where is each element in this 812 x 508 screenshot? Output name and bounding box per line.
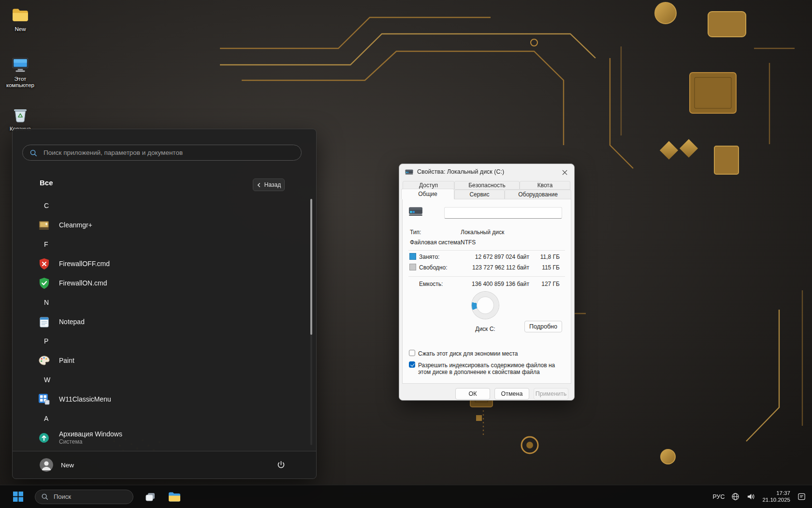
back-button[interactable]: Назад xyxy=(253,179,285,191)
taskbar-search-box[interactable] xyxy=(35,490,133,504)
shield-check-icon xyxy=(38,277,50,289)
tab-security[interactable]: Безопасность xyxy=(454,181,520,190)
app-item-cleanmgr[interactable]: Cleanmgr+ xyxy=(13,215,316,235)
app-label: Notepad xyxy=(59,318,85,326)
filesystem-value: NTFS xyxy=(461,239,476,246)
app-item-firewall-off[interactable]: FirewallOFF.cmd xyxy=(13,254,316,273)
compress-checkbox-label: Сжать этот диск для экономии места xyxy=(418,350,518,357)
backup-icon xyxy=(38,432,50,444)
app-section-letter-p[interactable]: P xyxy=(13,331,316,351)
volume-label-input[interactable] xyxy=(444,207,562,219)
dialog-title: Свойства: Локальный диск (C:) xyxy=(417,168,504,175)
type-value: Локальный диск xyxy=(461,229,504,236)
network-globe-icon[interactable] xyxy=(731,493,740,501)
index-checkbox[interactable] xyxy=(409,361,415,368)
index-checkbox-label: Разрешить индексировать содержимое файло… xyxy=(418,362,564,375)
dialog-buttons: ОК Отмена Применить xyxy=(455,388,568,400)
desktop: New Этот компьютер Корзина Все Назад C xyxy=(0,0,812,508)
used-color-swatch xyxy=(409,253,416,260)
w11-icon xyxy=(38,393,50,405)
apply-button[interactable]: Применить xyxy=(534,388,568,400)
start-search-box[interactable] xyxy=(22,145,302,161)
app-label: FirewallOFF.cmd xyxy=(59,260,110,268)
chevron-left-icon xyxy=(257,182,261,188)
taskbar: РУС 17:37 21.10.2025 xyxy=(0,485,812,508)
section-letter-label: N xyxy=(44,299,49,306)
app-section-letter-a[interactable]: A xyxy=(13,409,316,428)
cancel-button[interactable]: Отмена xyxy=(494,388,529,400)
details-button[interactable]: Подробно xyxy=(524,321,562,332)
app-item-firewall-on[interactable]: FirewallON.cmd xyxy=(13,273,316,293)
app-section-letter-n[interactable]: N xyxy=(13,293,316,312)
paint-icon xyxy=(38,354,50,367)
compress-checkbox[interactable] xyxy=(409,350,415,356)
app-label: FirewallON.cmd xyxy=(59,279,107,287)
free-color-swatch xyxy=(409,264,416,270)
user-profile-button[interactable]: New xyxy=(40,458,74,472)
properties-dialog: Свойства: Локальный диск (C:) Доступ Без… xyxy=(399,164,575,401)
language-indicator[interactable]: РУС xyxy=(712,493,725,500)
app-section-letter-w[interactable]: W xyxy=(13,370,316,389)
app-item-w11classicmenu[interactable]: W11ClassicMenu xyxy=(13,389,316,409)
app-label: Cleanmgr+ xyxy=(59,221,92,229)
tab-hardware[interactable]: Оборудование xyxy=(505,190,571,199)
shield-x-icon xyxy=(38,257,50,270)
computer-icon xyxy=(12,56,29,74)
notepad-icon xyxy=(38,315,50,328)
app-label: W11ClassicMenu xyxy=(59,395,111,403)
windows-logo-icon xyxy=(13,492,23,502)
index-checkbox-row[interactable]: Разрешить индексировать содержимое файло… xyxy=(403,361,571,376)
drive-icon-large xyxy=(408,205,423,217)
power-button[interactable] xyxy=(276,460,286,469)
desktop-icon-label: Этот компьютер xyxy=(0,76,41,89)
capacity-row: Емкость: 136 400 859 136 байт 127 ГБ xyxy=(403,280,571,288)
free-bytes: 123 727 962 112 байт xyxy=(456,264,529,271)
start-menu: Все Назад C Cleanmgr+ F FirewallOFF.cmd xyxy=(12,129,317,479)
folder-icon xyxy=(12,6,29,24)
section-letter-label: C xyxy=(44,202,49,209)
file-explorer-icon[interactable] xyxy=(167,490,182,504)
close-icon[interactable] xyxy=(559,166,570,178)
taskbar-tray: РУС 17:37 21.10.2025 xyxy=(712,485,806,508)
desktop-icon-this-pc[interactable]: Этот компьютер xyxy=(0,56,41,89)
scrollbar-thumb[interactable] xyxy=(310,199,312,335)
search-icon xyxy=(29,149,37,157)
taskbar-search-input[interactable] xyxy=(53,493,127,501)
task-view-icon[interactable] xyxy=(143,490,158,504)
tab-quota[interactable]: Квота xyxy=(520,181,570,190)
disk-usage-donut-chart xyxy=(472,292,499,319)
app-list: C Cleanmgr+ F FirewallOFF.cmd FirewallON… xyxy=(13,196,316,448)
filesystem-label: Файловая система: xyxy=(410,239,462,246)
dialog-title-bar[interactable]: Свойства: Локальный диск (C:) xyxy=(399,164,574,179)
desktop-icon-new-folder[interactable]: New xyxy=(0,6,41,32)
clock[interactable]: 17:37 21.10.2025 xyxy=(762,490,790,503)
tab-general[interactable]: Общие xyxy=(401,189,454,199)
recycle-bin-icon xyxy=(13,105,28,124)
date-label: 21.10.2025 xyxy=(762,497,790,503)
app-section-letter-f[interactable]: F xyxy=(13,235,316,254)
drive-icon xyxy=(405,168,413,175)
free-space-row: Свободно: 123 727 962 112 байт 115 ГБ xyxy=(403,264,571,271)
general-tab-panel: Тип: Локальный диск Файловая система: NT… xyxy=(402,199,571,384)
speaker-icon[interactable] xyxy=(746,493,755,501)
notification-icon[interactable] xyxy=(797,492,806,501)
desktop-icon-recycle-bin[interactable]: Корзина xyxy=(0,105,41,132)
app-sublabel: Система xyxy=(59,438,122,446)
disk-name-label: Диск C: xyxy=(461,326,509,332)
ok-button[interactable]: ОК xyxy=(455,388,490,400)
search-icon xyxy=(41,493,48,500)
free-size: 115 ГБ xyxy=(532,264,560,271)
used-bytes: 12 672 897 024 байт xyxy=(456,254,529,260)
start-search-input[interactable] xyxy=(43,149,294,157)
tab-tools[interactable]: Сервис xyxy=(454,190,505,199)
app-item-notepad[interactable]: Notepad xyxy=(13,312,316,331)
section-letter-label: P xyxy=(44,337,48,345)
app-item-windows-backup[interactable]: Архивация Windows Система xyxy=(13,428,316,448)
app-item-paint[interactable]: Paint xyxy=(13,351,316,370)
scrollbar[interactable] xyxy=(310,199,312,445)
compress-checkbox-row[interactable]: Сжать этот диск для экономии места xyxy=(403,350,571,358)
separator xyxy=(408,250,565,251)
start-button[interactable] xyxy=(11,490,25,504)
app-section-letter-c[interactable]: C xyxy=(13,196,316,215)
user-name: New xyxy=(61,462,74,469)
